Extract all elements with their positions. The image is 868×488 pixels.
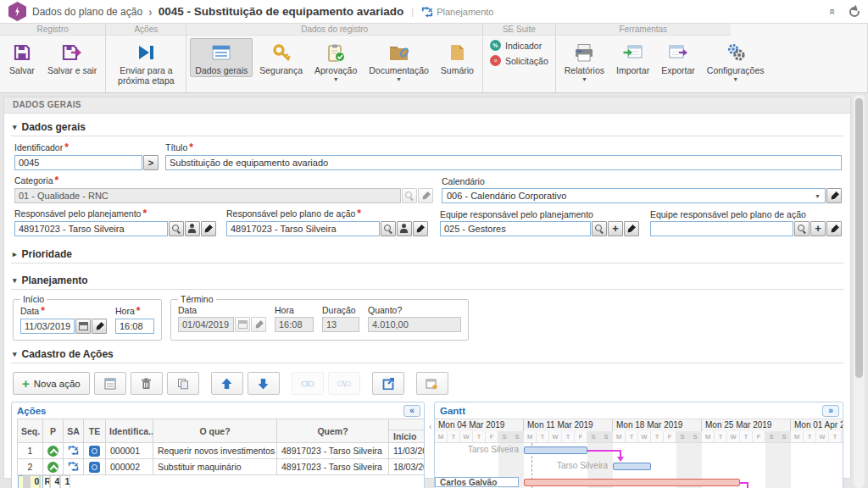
equipe-plano-clear-button[interactable] (826, 221, 842, 236)
indicator-link[interactable]: % Indicador (490, 40, 542, 51)
save-exit-button[interactable]: Salvar e sair (42, 38, 102, 77)
settings-button[interactable]: Configurações ▼ (702, 38, 770, 83)
equipe-plano-search-button[interactable] (794, 221, 810, 236)
column-header[interactable]: Identifica... (106, 419, 153, 443)
arrow-down-icon (258, 378, 269, 390)
equipe-planejamento-add-button[interactable]: + (608, 221, 623, 236)
resp-planejamento-user-button[interactable] (185, 221, 200, 236)
action-data-button[interactable] (94, 372, 126, 395)
calendario-clear-button[interactable] (826, 188, 842, 203)
save-button[interactable]: Salvar (3, 38, 41, 77)
identificador-input[interactable] (14, 155, 142, 170)
collapse-header-icon[interactable]: « (826, 8, 839, 14)
identificador-next-button[interactable]: > (143, 155, 159, 170)
copy-action-button[interactable] (167, 372, 199, 395)
resp-planejamento-clear-button[interactable] (201, 221, 216, 236)
gantt-day-label: T (740, 431, 753, 442)
security-button[interactable]: Segurança (254, 38, 308, 77)
ribbon-group-title: SE Suite (483, 24, 555, 36)
gantt-bar[interactable] (524, 479, 740, 486)
clear-icon (415, 224, 425, 233)
send-next-step-button[interactable]: Enviar para a próxima etapa (109, 38, 182, 87)
section-title: Dados gerais (22, 121, 86, 133)
column-header[interactable]: O que? (153, 419, 277, 443)
equipe-planejamento-clear-button[interactable] (624, 221, 639, 236)
inicio-clear-button[interactable] (92, 319, 107, 334)
section-cadastro-acoes[interactable]: ▾ Cadastro de Ações (11, 344, 843, 363)
calendario-select[interactable]: 006 - Calendário Corporativo▼ (442, 188, 826, 203)
column-header[interactable]: Início (389, 419, 426, 443)
section-dados-gerais[interactable]: ▾ Dados gerais (11, 117, 843, 136)
action-row[interactable]: 3000003Revisar política de mantenção4891… (18, 475, 43, 488)
send-next-step-icon (136, 42, 156, 64)
termino-fieldset: Término Data Hora Duração (170, 294, 469, 341)
breadcrumb[interactable]: Dados do plano de ação (32, 6, 142, 18)
gantt-day-label: F (486, 431, 498, 442)
equipe-planejamento-input[interactable] (440, 221, 591, 236)
summary-label: Sumário (441, 65, 474, 75)
expand-pane-button[interactable]: » (822, 405, 839, 417)
app-logo-icon (8, 2, 26, 21)
titulo-input[interactable] (165, 155, 842, 170)
gantt-day-label: S (778, 431, 791, 442)
inicio-hora-label: Hora (115, 305, 154, 317)
summary-button[interactable]: Sumário (436, 38, 479, 77)
resp-planejamento-input[interactable] (14, 221, 168, 236)
equipe-plano-add-button[interactable]: + (810, 221, 826, 236)
column-header[interactable]: TE (84, 419, 106, 443)
request-link[interactable]: ≡ Solicitação (490, 55, 548, 66)
splitter-icon[interactable]: ‹ (429, 422, 431, 431)
inicio-hora-input[interactable] (115, 319, 154, 334)
refresh-icon[interactable] (849, 7, 860, 17)
clear-icon (626, 224, 636, 233)
column-header[interactable]: Quem? (277, 419, 389, 443)
action-row[interactable]: 1000001Requerir novos investimentos48917… (18, 443, 426, 459)
section-prioridade[interactable]: ▸ Prioridade (11, 244, 843, 263)
export-button[interactable]: Exportar (656, 38, 700, 77)
reports-button[interactable]: Relatórios ▼ (559, 38, 609, 83)
new-window-button[interactable] (416, 372, 448, 395)
move-down-button[interactable] (248, 372, 280, 395)
resp-plano-label: Responsável pelo plano de ação (226, 208, 428, 219)
column-header[interactable]: SA (64, 419, 84, 443)
documentation-button[interactable]: Documentação ▼ (364, 38, 434, 83)
resp-plano-user-button[interactable] (397, 221, 412, 236)
inicio-calendar-button[interactable] (75, 319, 91, 334)
import-button[interactable]: Importar (611, 38, 654, 77)
column-header[interactable]: P (43, 419, 64, 443)
inicio-data-label: Data (20, 305, 107, 317)
gantt-bar[interactable] (524, 446, 587, 454)
lightning-icon (14, 7, 20, 17)
disassociate-button (328, 372, 360, 395)
resp-plano-input[interactable] (226, 221, 380, 236)
delete-action-button[interactable] (131, 372, 163, 395)
resp-plano-clear-button[interactable] (413, 221, 428, 236)
tab-dados-gerais[interactable]: DADOS GERAIS (3, 97, 851, 113)
section-planejamento[interactable]: ▾ Planejamento (11, 270, 843, 290)
collapse-pane-button[interactable]: « (403, 405, 420, 417)
move-up-button[interactable] (211, 372, 243, 395)
inicio-fieldset: Início Data Hora (13, 294, 162, 341)
approval-button[interactable]: Aprovação ▼ (309, 38, 362, 83)
resp-planejamento-search-button[interactable] (169, 221, 184, 236)
termino-hora-input (275, 317, 314, 332)
edit-action-button[interactable] (372, 372, 404, 395)
collapse-triangle-icon: ▾ (13, 276, 17, 285)
dependency-connector (587, 450, 621, 452)
gear-icon (725, 42, 747, 64)
resp-plano-search-button[interactable] (381, 221, 396, 236)
equipe-planejamento-search-button[interactable] (592, 221, 607, 236)
inicio-data-input[interactable] (20, 319, 75, 334)
trash-icon (141, 378, 152, 390)
page-scrollbar-thumb[interactable] (855, 98, 863, 378)
general-data-button[interactable]: Dados gerais (190, 38, 253, 77)
column-header[interactable]: Seq. (18, 419, 43, 443)
arrow-up-icon (221, 378, 232, 390)
equipe-plano-input[interactable] (650, 221, 793, 236)
identificador-label: Identificador (14, 141, 159, 153)
new-action-button[interactable]: + Nova ação (13, 372, 90, 395)
gantt-day-header: MTWTFSSMTWTFSSMTWTFSSMTWTFSSMTWTFSS (435, 431, 843, 443)
gantt-day-label: S (511, 431, 524, 442)
duracao-input (322, 317, 359, 332)
action-row[interactable]: 2000002Substituir maquinário48917023 - T… (18, 459, 426, 475)
